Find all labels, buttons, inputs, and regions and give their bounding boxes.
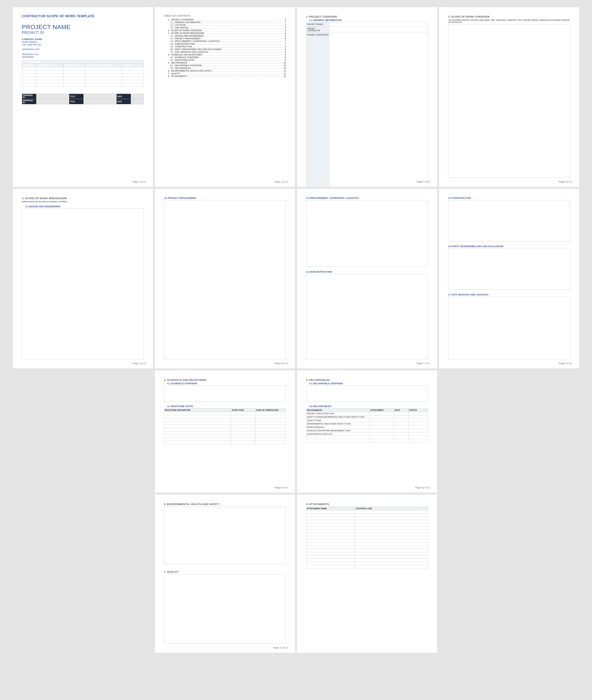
sec-3-1-box — [22, 208, 144, 359]
version: VERSION 0.0.0 — [22, 53, 144, 56]
table-row — [306, 556, 428, 559]
ms-h2: DATE OF COMPLETION — [255, 409, 286, 412]
sig-date1: DATE — [116, 94, 131, 99]
page-4: 2. SCOPE OF WORK OVERVIEW List all activ… — [439, 7, 579, 187]
toc-num: 5.1 — [167, 64, 173, 67]
toc-num: 3.3 — [167, 40, 173, 43]
sec-2: 2. SCOPE OF WORK OVERVIEW — [448, 15, 570, 18]
page-7: 3.3 PROCUREMENT / EXPEDITING / LOGISTICS… — [297, 189, 437, 368]
footer-4: Page 4 of 13 — [559, 180, 572, 183]
vh-h2: REVISION DATE — [63, 64, 85, 67]
toc-page: 10 — [284, 67, 286, 69]
page-9: 4. SCHEDULE AND MILESTONES 4.1 SCHEDULE … — [155, 370, 295, 493]
table-row — [306, 543, 428, 546]
table-row — [306, 546, 428, 549]
toc-row: 5.2DELIVERABLES10 — [164, 67, 286, 69]
ms-h0: MILESTONE DESCRIPTION — [164, 409, 231, 412]
sig-date2: DATE — [116, 99, 131, 104]
toc-label: SCOPE OF WORK OVERVIEW — [171, 29, 202, 32]
sec-3-5-box — [448, 200, 570, 241]
toc-row: 4.SCHEDULE AND MILESTONES9 — [164, 53, 286, 56]
toc-page: 3 — [284, 27, 286, 29]
sec-3-5: 3.5 CONSTRUCTION — [448, 197, 570, 199]
toc-label: SCHEDULE AND MILESTONES — [171, 53, 202, 56]
sec-5-1-box — [306, 385, 428, 402]
toc-label: THE PARTIES — [175, 27, 189, 29]
table-row — [306, 533, 428, 536]
footer-1: Page 1 of 13 — [132, 180, 146, 183]
toc-row: 7.QUALITY11 — [164, 72, 286, 75]
footer-11: Page 11 of 13 — [273, 646, 288, 649]
toc-page: 10 — [284, 64, 286, 67]
toc-row: 3.6PARTY RESPONSIBILITIES AND EXCLUSIONS… — [164, 48, 286, 51]
toc-row: 3.5CONSTRUCTION8 — [164, 45, 286, 48]
toc-row: 4.2MILESTONE DATES9 — [164, 59, 286, 61]
sec-6-box — [164, 507, 286, 564]
footer-10: Page 10 of 13 — [415, 486, 430, 489]
page-2: TABLE OF CONTENTS 1.PROJECT OVERVIEW31.1… — [155, 7, 295, 187]
toc-page: 3 — [284, 18, 286, 21]
toc-num: 3.2 — [167, 37, 173, 40]
toc-label: PROCUREMENT / EXPEDITING / LOGISTICS — [175, 40, 219, 43]
addr2: City, State and Zip — [22, 43, 144, 46]
footer-5: Page 5 of 13 — [132, 362, 146, 365]
table-row — [306, 565, 428, 568]
toc-page: 9 — [284, 53, 286, 56]
sec-7: 7. QUALITY — [164, 570, 286, 573]
footer-3: Page 3 of 13 — [416, 180, 430, 183]
kv-row: PROJECT CONTRACTOR — [306, 27, 428, 33]
table-row — [306, 520, 428, 523]
table-row — [306, 523, 428, 526]
toc-label: DELIVERABLE OVERVIEW — [175, 64, 202, 67]
d-h2: DAYS — [394, 409, 408, 412]
toc: 1.PROJECT OVERVIEW31.1GENERAL INFORMATIO… — [164, 18, 286, 78]
toc-row: 1.2LOCATION3 — [164, 24, 286, 27]
table-row: ENVIRONMENTAL HEALTH AND SAFETY PLAN — [306, 422, 428, 426]
sec-3-6: 3.6 PARTY RESPONSIBILITIES AND EXCLUSION… — [448, 245, 570, 248]
toc-row: 3.1DESIGN AND ENGINEERING5 — [164, 35, 286, 37]
toc-num: 3.1 — [167, 35, 173, 37]
sec-3-intro: Defined below are the services included … — [22, 200, 144, 203]
kv-key: PROJECT OWNER — [306, 22, 330, 27]
toc-page: 8 — [284, 45, 286, 48]
toc-num: 3.4 — [167, 43, 173, 45]
sec-3: 3. SCOPE OF WORK BREAKDOWN — [22, 197, 144, 200]
at-h0: ATTACHMENT NAME — [306, 507, 355, 510]
company: COMPANY NAME — [22, 38, 144, 41]
toc-page: 7 — [284, 43, 286, 45]
addr1: Street Address — [22, 41, 144, 43]
toc-label: DESIGN AND ENGINEERING — [175, 35, 204, 37]
toc-page: 4 — [284, 29, 286, 32]
page-thumbnails: CONTRACTOR SCOPE OF WORK TEMPLATE PROJEC… — [0, 0, 592, 660]
d-h3: STATUS — [408, 409, 428, 412]
table-row — [306, 526, 428, 530]
sec-3-4: 3.4 SUBCONTRACTING — [306, 271, 428, 273]
toc-page: 9 — [284, 56, 286, 59]
toc-num: 4. — [164, 53, 170, 56]
toc-page: 10 — [284, 61, 286, 64]
footer-7: Page 7 of 13 — [416, 362, 430, 365]
toc-num: 6. — [164, 69, 170, 72]
ms-h1: START DATE — [231, 409, 255, 412]
footer-9: Page 9 of 13 — [275, 486, 288, 489]
page-1: CONTRACTOR SCOPE OF WORK TEMPLATE PROJEC… — [13, 7, 153, 187]
toc-page: 3 — [284, 24, 286, 27]
toc-label: CONSTRUCTION — [175, 45, 192, 48]
sec-3-1: 3.1 DESIGN AND ENGINEERING — [25, 205, 144, 208]
toc-num: 1. — [164, 18, 170, 21]
sec-4-2: 4.2 MILESTONE DATES — [167, 405, 286, 408]
kv-val — [330, 33, 428, 187]
sec-3-2-box — [164, 200, 286, 359]
table-row: SCHEDULE REPORTING MANAGEMENT PLAN — [306, 429, 428, 432]
toc-page: 6 — [284, 37, 286, 40]
toc-num: 5.2 — [167, 67, 173, 69]
toc-dots — [189, 28, 283, 29]
sec-5-2: 5.2 DELIVERABLES — [309, 405, 428, 408]
kv-key: PROJECT CONTRACTOR — [306, 27, 330, 33]
sec-5-1: 5.1 DELIVERABLE OVERVIEW — [309, 382, 428, 385]
toc-page: 5 — [284, 35, 286, 37]
toc-page: 7 — [284, 40, 286, 43]
toc-label: SCOPE OF WORK BREAKDOWN — [171, 32, 204, 35]
sec-3-3-box — [306, 200, 428, 267]
toc-row: 1.PROJECT OVERVIEW3 — [164, 18, 286, 21]
